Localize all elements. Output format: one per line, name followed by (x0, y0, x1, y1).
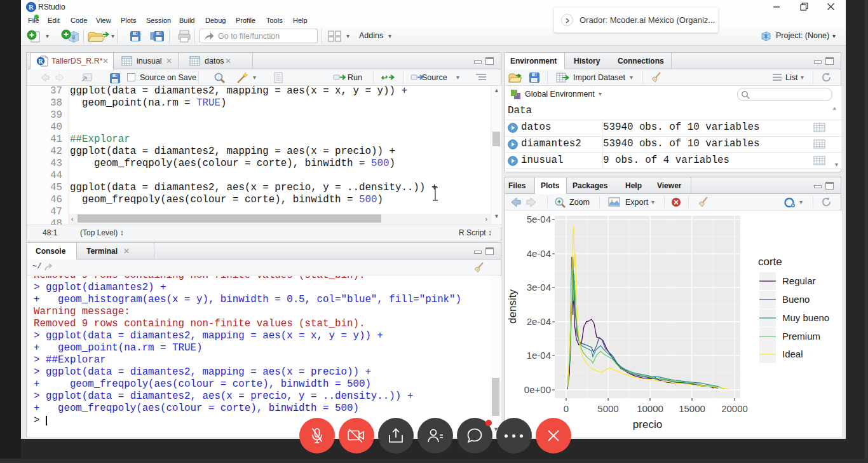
svg-text:Premium: Premium (782, 331, 820, 342)
svg-text:corte: corte (758, 256, 782, 268)
svg-text:0e+00: 0e+00 (524, 384, 551, 395)
svg-text:Regular: Regular (782, 275, 816, 286)
svg-text:R: R (764, 34, 768, 39)
svg-text:precio: precio (633, 418, 662, 431)
svg-text:20000: 20000 (721, 403, 748, 414)
svg-text:2e-04: 2e-04 (527, 316, 551, 327)
svg-text:4e-04: 4e-04 (527, 248, 551, 259)
svg-text:15000: 15000 (679, 403, 705, 414)
svg-text:Ideal: Ideal (782, 349, 803, 359)
svg-text:5e-04: 5e-04 (527, 214, 551, 225)
svg-text:0: 0 (564, 403, 569, 414)
svg-text:3e-04: 3e-04 (527, 282, 551, 293)
svg-text:R: R (72, 34, 76, 41)
svg-text:↩: ↩ (381, 73, 388, 81)
svg-text:1e-04: 1e-04 (527, 350, 551, 361)
svg-text:R: R (38, 58, 43, 65)
svg-text:R: R (29, 3, 34, 11)
svg-text:density: density (506, 289, 519, 324)
svg-text:Muy bueno: Muy bueno (782, 312, 829, 323)
svg-text:5000: 5000 (597, 403, 618, 414)
svg-text:Bueno: Bueno (782, 294, 810, 305)
svg-text:10000: 10000 (637, 403, 663, 414)
